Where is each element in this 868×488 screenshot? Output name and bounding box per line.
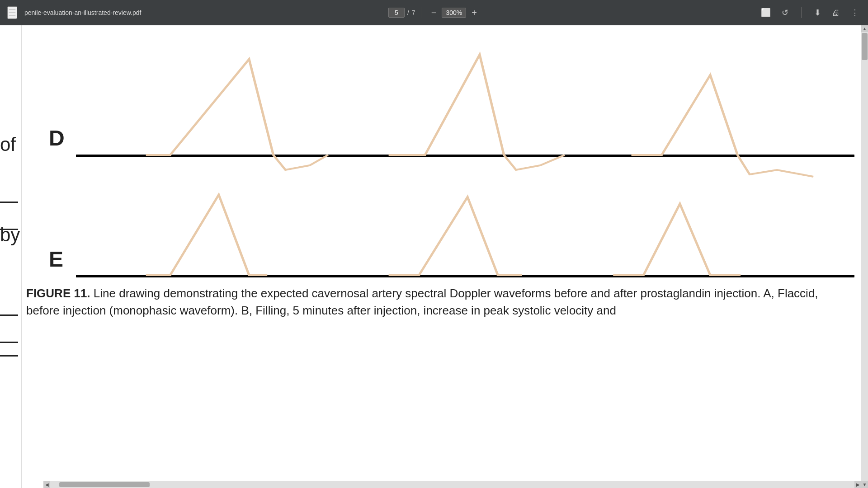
text-by: by — [0, 224, 20, 246]
dash3 — [0, 314, 18, 316]
scroll-right-arrow[interactable]: ▶ — [854, 481, 861, 488]
dash5 — [0, 355, 18, 357]
page-input[interactable] — [388, 8, 405, 18]
dash4 — [0, 342, 18, 343]
download-button[interactable]: ⬇ — [812, 6, 823, 19]
scroll-thumb-bottom[interactable] — [59, 482, 150, 487]
caption-area: FIGURE 11. Line drawing demonstrating th… — [22, 285, 854, 319]
page-separator: / — [407, 9, 409, 16]
pdf-page: D E — [22, 25, 868, 488]
dash1 — [0, 202, 18, 203]
scrollbar-bottom[interactable]: ◀ ▶ — [43, 481, 861, 488]
print-button[interactable]: 🖨 — [830, 6, 842, 19]
page-controls: / 7 − + — [388, 7, 480, 19]
text-of: of — [0, 134, 16, 155]
scroll-down-arrow[interactable]: ▼ — [861, 481, 868, 488]
scroll-thumb-vertical[interactable] — [862, 33, 868, 60]
history-button[interactable]: ↺ — [780, 6, 790, 19]
more-button[interactable]: ⋮ — [849, 6, 861, 19]
caption-text: FIGURE 11. Line drawing demonstrating th… — [26, 285, 850, 319]
divider1 — [422, 7, 422, 18]
fit-page-button[interactable]: ⬜ — [759, 6, 773, 19]
zoom-out-button[interactable]: − — [429, 7, 439, 19]
main-area: of by D E — [0, 25, 868, 488]
divider2 — [801, 7, 802, 18]
scrollbar-right[interactable]: ▲ ▼ — [861, 25, 868, 488]
zoom-in-button[interactable]: + — [469, 7, 480, 19]
toolbar-right: ⬜ ↺ ⬇ 🖨 ⋮ — [759, 6, 861, 19]
scroll-up-arrow[interactable]: ▲ — [861, 25, 868, 32]
total-pages: 7 — [412, 9, 415, 16]
toolbar: ☰ penile-evaluation-an-illustrated-revie… — [0, 0, 868, 25]
menu-button[interactable]: ☰ — [7, 6, 17, 19]
left-panel: of by — [0, 25, 22, 488]
scroll-left-arrow[interactable]: ◀ — [43, 481, 50, 488]
caption-bold: FIGURE 11. — [26, 286, 90, 300]
diagram-area: D E — [49, 25, 868, 269]
zoom-input[interactable] — [442, 8, 466, 18]
waveform-svg — [49, 25, 868, 283]
caption-body: Line drawing demonstrating the expected … — [26, 286, 818, 317]
